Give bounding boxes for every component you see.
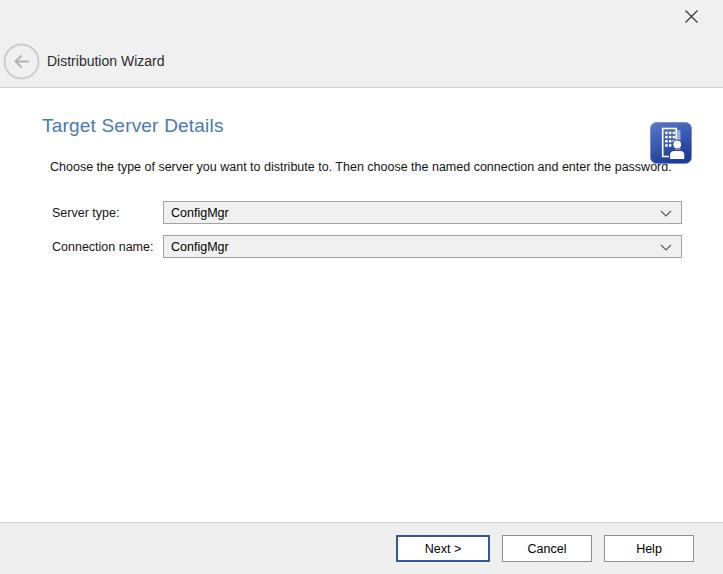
close-button[interactable]	[683, 8, 699, 24]
back-arrow-icon	[3, 43, 40, 80]
chevron-down-icon	[660, 210, 672, 217]
server-type-select[interactable]: ConfigMgr	[163, 201, 682, 224]
chevron-down-icon	[660, 244, 672, 251]
back-button[interactable]	[3, 43, 40, 80]
form-row-server-type: Server type: ConfigMgr	[52, 201, 682, 224]
wizard-footer: Next > Cancel Help	[0, 522, 723, 574]
wizard-header: Distribution Wizard	[0, 0, 723, 88]
wizard-title: Distribution Wizard	[47, 53, 164, 69]
cancel-button[interactable]: Cancel	[502, 535, 592, 562]
form-row-connection-name: Connection name: ConfigMgr	[52, 235, 682, 258]
help-button[interactable]: Help	[604, 535, 694, 562]
server-type-value: ConfigMgr	[171, 206, 229, 220]
connection-name-value: ConfigMgr	[171, 240, 229, 254]
distribution-icon	[650, 122, 692, 164]
server-type-label: Server type:	[52, 206, 163, 220]
connection-name-label: Connection name:	[52, 240, 163, 254]
page-description: Choose the type of server you want to di…	[50, 158, 672, 177]
server-form: Server type: ConfigMgr Connection name: …	[0, 201, 723, 258]
page-title: Target Server Details	[42, 115, 723, 137]
wizard-content: Target Server Details Choose the type of…	[0, 115, 723, 549]
next-button[interactable]: Next >	[396, 535, 490, 562]
distribution-wizard-window: Distribution Wizard	[0, 0, 723, 574]
connection-name-select[interactable]: ConfigMgr	[163, 235, 682, 258]
close-icon	[684, 9, 699, 24]
